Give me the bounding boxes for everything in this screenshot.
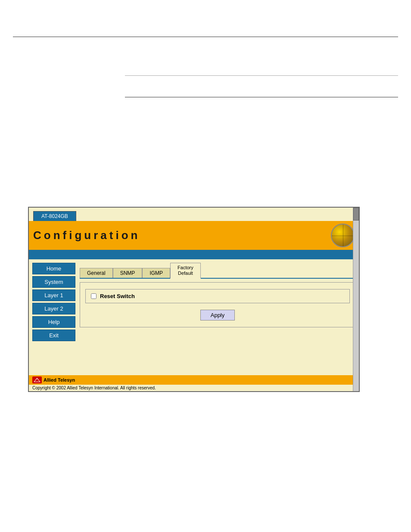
mid-divider-1: [125, 75, 398, 76]
reset-switch-checkbox[interactable]: [91, 293, 97, 299]
globe-icon: [331, 224, 355, 247]
tab-snmp[interactable]: SNMP: [113, 268, 143, 278]
content-box: Reset Switch Apply: [80, 282, 355, 327]
browser-frame: AT-8024GB Configuration Home System Laye…: [28, 207, 360, 392]
nav-layer1-button[interactable]: Layer 1: [32, 289, 75, 301]
sidebar: Home System Layer 1 Layer 2 Help Exit: [32, 263, 75, 341]
mid-divider-2: [125, 97, 398, 97]
browser-tab-bar: AT-8024GB: [29, 211, 359, 221]
footer-logo: Allied Telesyn: [32, 376, 75, 383]
tab-igmp[interactable]: IGMP: [142, 268, 170, 278]
browser-tab[interactable]: AT-8024GB: [33, 211, 76, 221]
reset-switch-row: Reset Switch: [85, 289, 350, 303]
main-panel: General SNMP IGMP FactoryDefault Reset S…: [80, 263, 355, 341]
title-bar: Configuration: [29, 221, 359, 250]
content-spacer: [29, 341, 359, 375]
content-wrapper: Home System Layer 1 Layer 2 Help Exit Ge…: [29, 259, 359, 341]
footer: Allied Telesyn Copyright © 2002 Allied T…: [29, 375, 359, 391]
page-title: Configuration: [33, 229, 140, 242]
nav-exit-button[interactable]: Exit: [32, 330, 75, 341]
reset-switch-label: Reset Switch: [100, 293, 135, 299]
footer-bar: Allied Telesyn: [29, 375, 359, 385]
footer-copyright: Copyright © 2002 Allied Telesyn Internat…: [29, 385, 359, 391]
nav-home-button[interactable]: Home: [32, 263, 75, 274]
nav-help-button[interactable]: Help: [32, 316, 75, 328]
tab-general[interactable]: General: [80, 268, 113, 278]
apply-button[interactable]: Apply: [200, 310, 235, 320]
allied-telesyn-logo-icon: [32, 376, 42, 383]
scrollbar-thumb[interactable]: [353, 208, 359, 221]
tab-factory-default[interactable]: FactoryDefault: [170, 263, 201, 279]
footer-brand: Allied Telesyn: [44, 377, 75, 383]
blue-nav-bar: [29, 250, 359, 259]
nav-layer2-button[interactable]: Layer 2: [32, 303, 75, 314]
panel-tabs: General SNMP IGMP FactoryDefault: [80, 263, 355, 279]
top-divider: [13, 37, 398, 37]
scrollbar[interactable]: [353, 208, 359, 391]
nav-system-button[interactable]: System: [32, 276, 75, 288]
